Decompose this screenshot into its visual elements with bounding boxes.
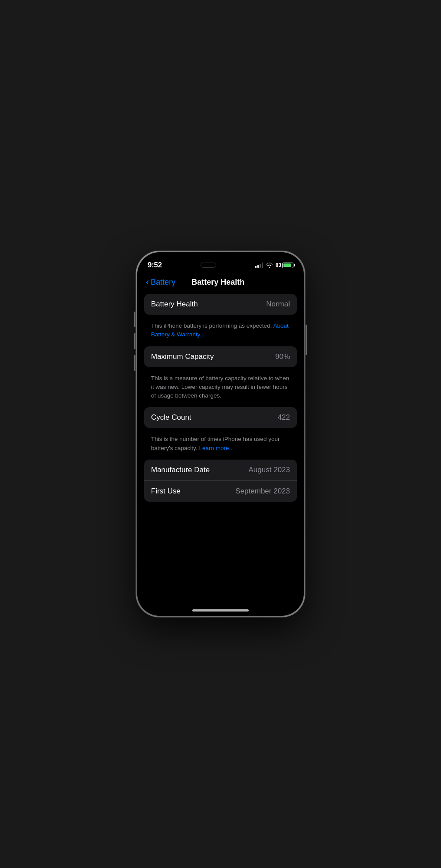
manufacture-date-value: August 2023 <box>249 466 290 474</box>
first-use-value: September 2023 <box>235 487 290 496</box>
manufacture-date-row: Manufacture Date August 2023 <box>144 460 297 480</box>
max-capacity-value: 90% <box>275 352 290 361</box>
back-chevron-icon: ‹ <box>146 277 149 287</box>
max-capacity-row: Maximum Capacity 90% <box>144 346 297 367</box>
first-use-label: First Use <box>151 487 181 496</box>
manufacture-date-label: Manufacture Date <box>151 466 210 474</box>
battery-health-label: Battery Health <box>151 300 198 309</box>
phone-screen: 9:52 83 <box>137 252 304 616</box>
status-right-icons: 83 <box>255 262 293 268</box>
nav-bar: ‹ Battery Battery Health <box>137 276 304 294</box>
content-area: Battery Health Normal This iPhone batter… <box>137 294 304 505</box>
battery-health-row: Battery Health Normal <box>144 294 297 315</box>
page-title: Battery Health <box>175 278 260 287</box>
battery-level-text: 83 <box>276 262 281 268</box>
max-capacity-label: Maximum Capacity <box>151 352 214 361</box>
status-bar: 9:52 83 <box>137 252 304 276</box>
dynamic-island <box>201 263 216 268</box>
cycle-count-learn-more-link[interactable]: Learn more... <box>199 445 234 451</box>
battery-health-description: This iPhone battery is performing as exp… <box>144 318 297 346</box>
cycle-count-value: 422 <box>278 413 290 422</box>
back-label: Battery <box>151 278 175 287</box>
battery-body <box>282 263 293 268</box>
cycle-count-row: Cycle Count 422 <box>144 407 297 428</box>
battery-icon: 83 <box>276 262 293 268</box>
battery-health-desc-text: This iPhone battery is performing as exp… <box>151 322 273 329</box>
back-button[interactable]: ‹ Battery <box>146 277 175 287</box>
max-capacity-desc-text: This is a measure of battery capacity re… <box>151 375 289 399</box>
signal-icon <box>255 263 263 268</box>
dates-card: Manufacture Date August 2023 First Use S… <box>144 460 297 502</box>
status-time: 9:52 <box>148 261 162 270</box>
max-capacity-card: Maximum Capacity 90% <box>144 346 297 367</box>
wifi-icon <box>266 263 273 268</box>
cycle-count-description: This is the number of times iPhone has u… <box>144 431 297 460</box>
battery-health-card: Battery Health Normal <box>144 294 297 315</box>
cycle-count-label: Cycle Count <box>151 413 191 422</box>
battery-health-value: Normal <box>266 300 290 309</box>
battery-fill <box>283 263 291 267</box>
status-center-icons <box>201 263 216 268</box>
phone-frame: 9:52 83 <box>136 251 305 617</box>
home-indicator <box>192 609 249 612</box>
max-capacity-description: This is a measure of battery capacity re… <box>144 371 297 408</box>
first-use-row: First Use September 2023 <box>144 480 297 502</box>
cycle-count-card: Cycle Count 422 <box>144 407 297 428</box>
